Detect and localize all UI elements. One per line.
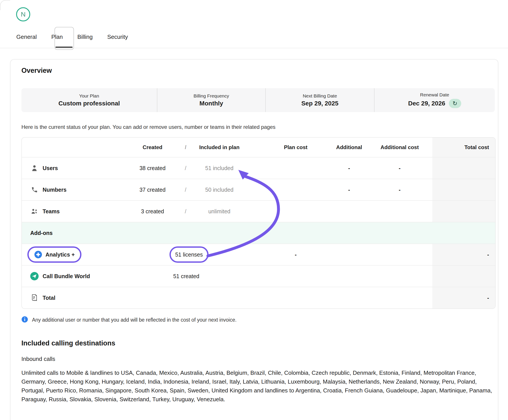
paper-plane-icon	[30, 272, 39, 280]
header-divider	[0, 48, 508, 48]
teams-slash: /	[175, 201, 197, 222]
total-total-cost: -	[432, 287, 495, 308]
analytics-additional	[331, 244, 367, 265]
total-created	[130, 287, 175, 308]
window-corner	[0, 0, 10, 10]
user-icon	[30, 165, 39, 172]
plan-status-text: Here is the current status of your plan.…	[21, 124, 275, 130]
page-title: Overview	[21, 67, 52, 74]
invoice-note-text: Any additional user or number that you a…	[32, 317, 237, 323]
destinations-body: Unlimited calls to Mobile & landlines to…	[21, 368, 495, 404]
plan-usage-table: Created / Included in plan Plan cost Add…	[21, 137, 496, 309]
plus-circle-icon	[34, 251, 42, 258]
your-plan-label: Your Plan	[79, 93, 99, 99]
tab-billing[interactable]: Billing	[77, 34, 93, 40]
analytics-label-cell: Analytics +	[22, 244, 130, 265]
your-plan-cell: Your Plan Custom professional	[21, 88, 157, 112]
numbers-slash: /	[175, 179, 197, 200]
billing-frequency-value: Monthly	[200, 100, 223, 107]
next-billing-date-cell: Next Billing Date Sep 29, 2025	[266, 88, 374, 112]
analytics-additional-cost	[367, 244, 432, 265]
total-label-cell: Total	[22, 287, 130, 308]
table-row-analytics: Analytics + 51 licenses - -	[22, 243, 495, 265]
renewal-date-cell: Renewal Date Dec 29, 2026 ↻	[374, 88, 495, 112]
header-additional: Additional	[331, 138, 367, 157]
refresh-icon: ↻	[453, 100, 457, 107]
table-header-row: Created / Included in plan Plan cost Add…	[22, 138, 495, 157]
info-icon	[21, 316, 28, 324]
analytics-plan-cost: -	[260, 244, 331, 265]
header-slash: /	[175, 138, 197, 157]
table-row-total: Total -	[22, 287, 495, 308]
users-gap	[242, 157, 260, 179]
table-row-call-bundle: Call Bundle World 51 created	[22, 265, 495, 287]
header-created: Created	[130, 138, 175, 157]
teams-additional	[331, 201, 367, 222]
team-icon	[30, 208, 39, 215]
analytics-total-cost: -	[432, 244, 495, 265]
settings-tab-bar: General Plan Billing Security	[16, 31, 128, 43]
total-gap	[242, 287, 260, 308]
analytics-gap	[242, 244, 260, 265]
renewal-badge[interactable]: ↻	[449, 99, 461, 108]
plan-summary-strip: Your Plan Custom professional Billing Fr…	[21, 88, 495, 112]
table-row-addons-section: Add-ons	[22, 222, 495, 243]
teams-plan-cost	[260, 201, 331, 222]
total-included	[197, 287, 242, 308]
call-bundle-total-cost	[432, 265, 495, 287]
users-additional: -	[331, 157, 367, 179]
addons-section-label: Add-ons	[22, 222, 495, 243]
header-additional-cost: Additional cost	[367, 138, 432, 157]
table-row-teams: Teams 3 created / unlimited	[22, 200, 495, 222]
call-bundle-label-cell: Call Bundle World	[22, 265, 130, 287]
analytics-highlight-oval: Analytics +	[27, 246, 82, 263]
renewal-date-value: Dec 29, 2026 ↻	[408, 99, 461, 108]
row-label: Total	[43, 295, 55, 301]
plan-settings-page: N General Plan Billing Security Overview…	[0, 0, 508, 420]
numbers-additional-cost: -	[367, 179, 432, 200]
tab-plan[interactable]: Plan	[52, 34, 63, 40]
numbers-gap	[242, 179, 260, 200]
billing-frequency-label: Billing Frequency	[194, 93, 229, 99]
users-label-cell: Users	[22, 157, 130, 179]
header-included: Included in plan	[197, 138, 242, 157]
users-created: 38 created	[130, 157, 175, 179]
users-additional-cost: -	[367, 157, 432, 179]
header-empty	[22, 138, 130, 157]
phone-icon	[30, 187, 39, 193]
teams-additional-cost	[367, 201, 432, 222]
numbers-included: 50 included	[197, 179, 242, 200]
total-plan-cost	[260, 287, 331, 308]
table-row-numbers: Numbers 37 created / 50 included - -	[22, 179, 495, 200]
licenses-highlight-oval: 51 licenses	[170, 246, 209, 263]
tab-general[interactable]: General	[16, 34, 37, 40]
row-label: Users	[43, 165, 58, 171]
users-slash: /	[175, 157, 197, 179]
workspace-logo-letter: N	[21, 11, 26, 18]
row-label: Teams	[43, 208, 60, 215]
row-label: Call Bundle World	[43, 273, 90, 280]
plan-overview-card: Overview Your Plan Custom professional B…	[10, 59, 498, 420]
call-bundle-gap	[242, 265, 260, 287]
total-additional-cost	[367, 287, 432, 308]
renewal-date-label: Renewal Date	[420, 92, 449, 97]
teams-gap	[242, 201, 260, 222]
teams-included: unlimited	[197, 201, 242, 222]
teams-total-cost	[432, 201, 495, 222]
numbers-additional: -	[331, 179, 367, 200]
billing-frequency-cell: Billing Frequency Monthly	[157, 88, 266, 112]
renewal-date-text: Dec 29, 2026	[408, 100, 445, 107]
next-billing-date-label: Next Billing Date	[303, 93, 337, 99]
tab-security[interactable]: Security	[107, 34, 128, 40]
numbers-created: 37 created	[130, 179, 175, 200]
numbers-label-cell: Numbers	[22, 179, 130, 200]
workspace-logo[interactable]: N	[16, 7, 30, 21]
header-total-cost: Total cost	[432, 138, 495, 157]
teams-created: 3 created	[130, 201, 175, 222]
users-total-cost	[432, 157, 495, 179]
call-bundle-additional-cost	[367, 265, 432, 287]
row-label: Numbers	[43, 187, 67, 193]
destinations-title: Included calling destinations	[21, 339, 115, 347]
inbound-calls-label: Inbound calls	[21, 356, 55, 362]
analytics-licenses: 51 licenses	[175, 251, 203, 258]
